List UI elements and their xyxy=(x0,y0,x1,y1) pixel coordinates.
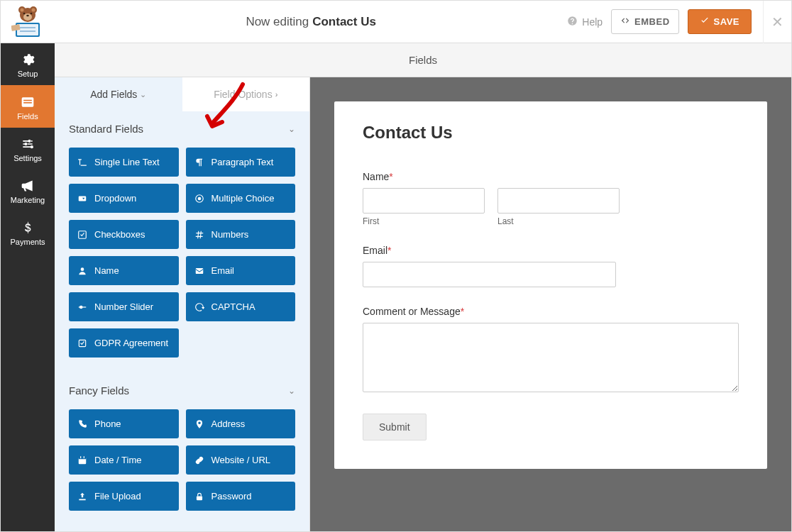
field-type-label: Dropdown xyxy=(94,193,136,204)
required-asterisk: * xyxy=(389,171,392,182)
field-type-file-upload[interactable]: File Upload xyxy=(69,482,179,511)
section-head-fancy[interactable]: Fancy Fields ⌄ xyxy=(55,373,309,402)
field-type-number-slider[interactable]: Number Slider xyxy=(69,292,179,321)
svg-point-25 xyxy=(32,8,35,11)
name-label: Name* xyxy=(363,171,739,182)
sidenav-item-marketing[interactable]: Marketing xyxy=(1,170,55,211)
close-icon: ✕ xyxy=(771,14,783,30)
mail-icon xyxy=(194,266,204,276)
help-label: Help xyxy=(582,16,603,28)
field-type-label: Name xyxy=(94,265,119,276)
field-type-gdpr-agreement[interactable]: GDPR Agreement xyxy=(69,328,179,358)
dollar-icon xyxy=(1,220,55,235)
chevron-down-icon: ⌄ xyxy=(288,386,295,396)
checkbox-icon xyxy=(77,230,87,240)
sidenav-item-setup[interactable]: Setup xyxy=(1,43,55,85)
preview-area: Contact Us Name* First xyxy=(310,77,791,532)
svg-rect-32 xyxy=(20,27,35,28)
page-title: Now editing Contact Us xyxy=(55,15,567,29)
field-type-address[interactable]: Address xyxy=(186,409,296,438)
field-type-multiple-choice[interactable]: Multiple Choice xyxy=(186,184,296,213)
fields-icon xyxy=(1,94,55,109)
phone-icon xyxy=(77,419,87,429)
field-type-label: CAPTCHA xyxy=(211,301,255,312)
last-sublabel: Last xyxy=(497,216,620,226)
help-link[interactable]: Help xyxy=(567,16,603,28)
field-type-captcha[interactable]: CAPTCHA xyxy=(186,292,296,321)
svg-point-24 xyxy=(21,8,24,11)
sliders-icon xyxy=(1,136,55,151)
last-name-input[interactable] xyxy=(497,188,620,214)
tab-field-options[interactable]: Field Options › xyxy=(182,77,310,111)
sidenav-item-payments[interactable]: Payments xyxy=(1,211,55,253)
text-line-icon xyxy=(77,157,87,167)
top-bar: Now editing Contact Us Help EMBED SAVE ✕ xyxy=(1,1,791,43)
user-icon xyxy=(77,266,87,276)
field-type-single-line-text[interactable]: Single Line Text xyxy=(69,148,179,177)
field-type-date-time[interactable]: Date / Time xyxy=(69,445,179,475)
svg-point-26 xyxy=(23,13,32,21)
question-icon xyxy=(567,16,578,28)
field-type-label: Password xyxy=(211,491,252,501)
svg-point-29 xyxy=(26,14,29,16)
field-type-password[interactable]: Password xyxy=(186,482,296,511)
first-name-input[interactable] xyxy=(363,188,485,214)
dropdown-icon xyxy=(77,194,87,204)
form-preview[interactable]: Contact Us Name* First xyxy=(334,101,767,469)
upload-icon xyxy=(77,492,87,501)
field-email[interactable]: Email* xyxy=(363,245,739,287)
comment-textarea[interactable] xyxy=(363,323,739,392)
link-icon xyxy=(194,455,204,465)
side-nav: Setup Fields Settings Marketing Payments xyxy=(1,43,55,532)
code-icon xyxy=(620,16,630,28)
field-type-label: Single Line Text xyxy=(94,157,160,167)
logo xyxy=(1,1,55,43)
field-type-label: Checkboxes xyxy=(94,229,145,240)
left-panel: Add Fields ⌄ Field Options › xyxy=(55,77,310,532)
chevron-right-icon: › xyxy=(275,90,278,99)
paragraph-icon xyxy=(194,157,204,167)
field-type-label: Numbers xyxy=(211,229,249,240)
field-type-phone[interactable]: Phone xyxy=(69,409,179,438)
svg-point-28 xyxy=(31,12,33,14)
radio-icon xyxy=(194,194,204,204)
tab-add-fields[interactable]: Add Fields ⌄ xyxy=(55,77,182,111)
sidenav-item-settings[interactable]: Settings xyxy=(1,128,55,170)
required-asterisk: * xyxy=(387,245,391,256)
field-type-numbers[interactable]: Numbers xyxy=(186,220,296,249)
field-type-paragraph-text[interactable]: Paragraph Text xyxy=(186,148,296,177)
field-type-name[interactable]: Name xyxy=(69,256,179,285)
form-title: Contact Us xyxy=(363,123,739,143)
field-type-dropdown[interactable]: Dropdown xyxy=(69,184,179,213)
top-actions: Help EMBED SAVE xyxy=(567,9,763,34)
comment-label: Comment or Message* xyxy=(363,306,739,317)
field-type-label: Multiple Choice xyxy=(211,193,275,204)
check-icon xyxy=(700,16,710,28)
svg-rect-33 xyxy=(20,31,35,32)
field-type-email[interactable]: Email xyxy=(186,256,296,285)
field-type-website-url[interactable]: Website / URL xyxy=(186,445,296,475)
field-type-label: Date / Time xyxy=(94,455,141,465)
save-button[interactable]: SAVE xyxy=(688,9,752,34)
submit-button[interactable]: Submit xyxy=(363,414,427,440)
field-comment[interactable]: Comment or Message* xyxy=(363,306,739,395)
sidenav-item-fields[interactable]: Fields xyxy=(1,85,55,127)
chevron-down-icon: ⌄ xyxy=(288,124,295,134)
editing-prefix: Now editing xyxy=(246,15,309,29)
stage-title: Fields xyxy=(55,43,791,77)
field-name[interactable]: Name* First Last xyxy=(363,171,739,226)
gdpr-icon xyxy=(77,338,87,348)
close-button[interactable]: ✕ xyxy=(763,1,791,43)
gear-icon xyxy=(1,52,55,67)
svg-point-27 xyxy=(23,12,26,14)
embed-button[interactable]: EMBED xyxy=(611,9,678,34)
required-asterisk: * xyxy=(461,306,464,317)
field-type-label: Number Slider xyxy=(94,301,153,312)
section-head-standard[interactable]: Standard Fields ⌄ xyxy=(55,111,309,140)
field-type-checkboxes[interactable]: Checkboxes xyxy=(69,220,179,249)
field-type-label: GDPR Agreement xyxy=(94,338,168,348)
svg-rect-31 xyxy=(17,24,38,35)
lock-icon xyxy=(194,492,204,501)
email-input[interactable] xyxy=(363,262,616,287)
hash-icon xyxy=(194,230,204,240)
